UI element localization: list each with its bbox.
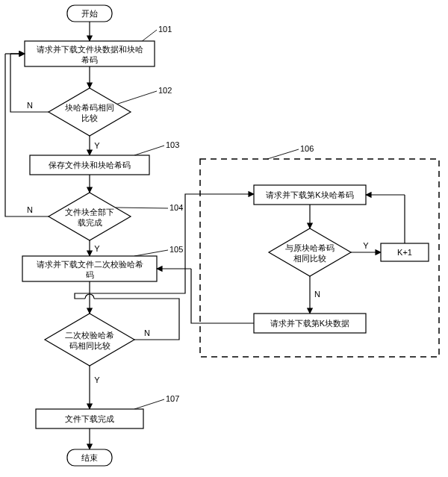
ref-106: 106 xyxy=(300,144,314,153)
node-start-label: 开始 xyxy=(81,9,98,18)
ref-103: 103 xyxy=(166,140,179,149)
edge-102-Y-label: Y xyxy=(94,141,100,150)
node-105d-label-l2: 码相同比较 xyxy=(69,341,111,350)
node-end-label: 结束 xyxy=(81,453,98,462)
node-104 xyxy=(49,193,131,240)
ref-line-104 xyxy=(116,208,168,208)
edge-g2-N-label: N xyxy=(314,290,320,299)
node-102-label-l2: 比较 xyxy=(81,113,98,122)
edge-104-N-label: N xyxy=(27,205,33,214)
ref-line-106 xyxy=(267,149,299,159)
edge-105d-N-label: N xyxy=(144,328,150,337)
node-105d-label-l1: 二次校验哈希 xyxy=(65,331,114,340)
node-kinc-label: K+1 xyxy=(397,248,412,257)
edge-104-Y-label: Y xyxy=(94,244,100,253)
node-102 xyxy=(49,88,131,136)
edge-102-N-label: N xyxy=(27,101,33,110)
node-102-label-l1: 块哈希码相同 xyxy=(64,103,114,112)
flowchart-canvas: 开始 请求并下载文件块数据和块哈 希码 101 块哈希码相同 比较 102 N … xyxy=(0,0,448,477)
ref-line-107 xyxy=(134,399,164,409)
ref-line-103 xyxy=(134,146,164,155)
node-g1-label: 请求并下载第K块哈希码 xyxy=(266,190,353,199)
node-107-label: 文件下载完成 xyxy=(65,414,114,423)
ref-line-102 xyxy=(116,91,157,105)
ref-101: 101 xyxy=(158,25,172,34)
node-g2-label-l1: 与原块哈希码 xyxy=(285,243,335,252)
ref-107: 107 xyxy=(166,394,179,403)
node-g3-label: 请求并下载第K块数据 xyxy=(270,319,349,328)
edge-104-N-seg xyxy=(5,54,49,216)
node-104-label-l2: 载完成 xyxy=(78,218,102,227)
node-g2-label-l2: 相同比较 xyxy=(293,254,326,263)
ref-line-105 xyxy=(134,250,168,256)
ref-105: 105 xyxy=(169,245,183,254)
node-g2 xyxy=(269,228,351,276)
edge-g2-Y-label: Y xyxy=(363,241,369,250)
node-103-label: 保存文件块和块哈希码 xyxy=(49,160,131,169)
node-105-label-l2: 码 xyxy=(86,270,94,279)
edge-105d-Y-label: Y xyxy=(94,375,100,384)
ref-102: 102 xyxy=(158,86,172,95)
node-105-label-l1: 请求并下载文件二次校验哈希 xyxy=(37,260,143,269)
node-105d xyxy=(45,314,134,366)
node-104-label-l1: 文件块全部下 xyxy=(65,208,114,216)
node-101-label-l1: 请求并下载文件块数据和块哈 xyxy=(37,45,143,54)
ref-104: 104 xyxy=(169,203,183,212)
node-101-label-l2: 希码 xyxy=(81,55,98,64)
